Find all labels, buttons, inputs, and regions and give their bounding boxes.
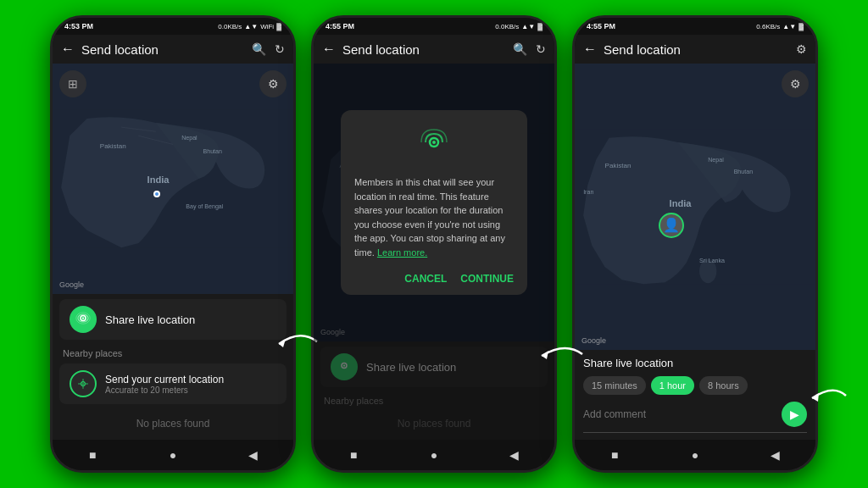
learn-more-link-2[interactable]: Learn more. [377,247,427,258]
top-bar-3: ← Send location ⚙ [575,35,815,64]
no-places-label-2: No places found [314,408,554,440]
send-button-3[interactable]: ▶ [782,402,807,427]
status-time-3: 4:55 PM [587,22,615,30]
google-label-1: Google [59,280,84,289]
phone-1-body: 4:53 PM 0.0KB/s ▲▼ WiFi ▓ ← Send locatio… [50,15,296,473]
settings-map-icon-3[interactable]: ⚙ [782,70,809,97]
settings-icon-3[interactable]: ⚙ [796,42,807,56]
signal-icon-2: ▲▼ [521,23,535,30]
cancel-button-2[interactable]: Cancel [404,273,447,285]
status-icons-3: 0.6KB/s ▲▼ ▓ [756,23,804,30]
refresh-icon-2[interactable]: ↻ [536,42,546,56]
page-title-1: Send location [81,42,245,57]
phone-2: 4:55 PM 0.0KB/s ▲▼ ▓ ← Send location 🔍 ↻… [311,15,557,473]
signal-icon-3: ▲▼ [782,23,796,30]
svg-text:Nepal: Nepal [181,135,198,141]
phone-3: 4:55 PM 0.6KB/s ▲▼ ▓ ← Send location ⚙ [572,15,818,473]
nearby-label-1: Nearby places [53,345,293,360]
map-area-1: Pakistan Nepal Bhutan India Bay of Benga… [53,64,293,294]
svg-text:Nepal: Nepal [708,157,724,164]
top-icons-2: 🔍 ↻ [513,42,546,56]
top-icons-1: 🔍 ↻ [252,42,285,56]
duration-title-3: Share live location [583,357,807,369]
refresh-icon-1[interactable]: ↻ [275,42,285,56]
send-icon-3: ▶ [790,408,799,421]
svg-text:Bhutan: Bhutan [734,169,754,175]
share-live-button-1[interactable]: Share live location [59,299,287,340]
target-icon-1 [77,378,89,390]
top-bar-1: ← Send location 🔍 ↻ [53,35,293,64]
bottom-panel-2: Share live location Nearby places No pla… [314,341,554,440]
top-bar-2: ← Send location 🔍 ↻ [314,35,554,64]
map-svg-1: Pakistan Nepal Bhutan India Bay of Benga… [53,64,293,294]
wifi-icon-1: WiFi [260,23,274,30]
expand-icon-1[interactable]: ⊞ [59,70,86,97]
location-dot-1 [153,191,160,197]
duration-15min-3[interactable]: 15 minutes [583,376,646,395]
comment-input-3[interactable] [583,408,775,420]
share-live-label-1: Share live location [105,313,195,326]
battery-icon-2: ▓ [537,23,542,30]
share-live-label-2: Share live location [366,361,456,374]
current-loc-texts-1: Send your current location Accurate to 2… [105,374,224,395]
nearby-label-2: Nearby places [314,392,554,408]
user-avatar-3: 👤 [659,213,684,238]
back-nav-button-1[interactable]: ◀ [245,446,262,463]
back-button-2[interactable]: ← [322,42,336,57]
search-icon-1[interactable]: 🔍 [252,42,266,56]
share-live-icon-2 [331,353,358,380]
settings-icon-1[interactable]: ⚙ [259,70,287,97]
svg-text:Pakistan: Pakistan [100,143,126,151]
map-area-3: Pakistan Nepal Bhutan India Sri Lanka Ir… [575,64,815,350]
svg-text:Iran: Iran [583,189,593,196]
back-button-3[interactable]: ← [583,42,597,57]
back-nav-button-2[interactable]: ◀ [506,446,523,463]
svg-text:Pakistan: Pakistan [605,162,632,169]
status-time-2: 4:55 PM [326,22,354,30]
duration-1hour-3[interactable]: 1 hour [651,376,694,395]
home-button-1[interactable]: ● [164,446,181,463]
phone-2-body: 4:55 PM 0.0KB/s ▲▼ ▓ ← Send location 🔍 ↻… [311,15,557,473]
home-button-3[interactable]: ● [687,446,704,463]
bottom-panel-1: Share live location Nearby places Send y… [53,294,293,440]
no-places-label-1: No places found [53,408,293,440]
nav-bar-2: ■ ● ◀ [314,440,554,470]
search-icon-2[interactable]: 🔍 [513,42,527,56]
status-bar-3: 4:55 PM 0.6KB/s ▲▼ ▓ [575,18,815,35]
back-nav-button-3[interactable]: ◀ [767,446,784,463]
signal-icon-2 [419,127,449,158]
recents-button-3[interactable]: ■ [606,446,623,463]
svg-point-29 [343,364,345,366]
recents-button-1[interactable]: ■ [84,446,101,463]
svg-point-27 [432,141,436,144]
data-indicator-1: 0.0KB/s [218,23,242,30]
google-label-3: Google [581,336,606,345]
top-icons-3: ⚙ [796,42,807,56]
map-area-2: Afghanistan Kyrgyzstan Pakistan Nepal In… [314,64,554,341]
current-loc-sub-1: Accurate to 20 meters [105,385,224,395]
nav-bar-3: ■ ● ◀ [575,440,815,470]
svg-point-9 [82,317,84,319]
dialog-box-2: Members in this chat will see your locat… [341,110,527,295]
svg-text:India: India [147,175,170,185]
svg-text:Bhutan: Bhutan [203,148,223,155]
recents-button-2[interactable]: ■ [345,446,362,463]
page-title-2: Send location [342,42,506,57]
svg-text:Sri Lanka: Sri Lanka [699,258,725,264]
home-button-2[interactable]: ● [426,446,442,463]
duration-8hours-3[interactable]: 8 hours [699,376,748,395]
signal-icon-1: ▲▼ [244,23,258,30]
share-live-icon-1 [70,306,97,333]
status-icons-1: 0.0KB/s ▲▼ WiFi ▓ [218,23,281,30]
data-indicator-2: 0.0KB/s [495,23,519,30]
duration-options-3: 15 minutes 1 hour 8 hours [583,376,807,395]
current-location-button-1[interactable]: Send your current location Accurate to 2… [59,363,287,404]
svg-text:Bay of Bengal: Bay of Bengal [186,204,224,211]
location-icon-2 [337,359,352,374]
continue-button-2[interactable]: Continue [460,273,514,285]
back-button-1[interactable]: ← [61,42,75,57]
svg-point-13 [82,383,84,385]
current-loc-main-1: Send your current location [105,374,224,385]
status-icons-2: 0.0KB/s ▲▼ ▓ [495,23,542,30]
svg-text:India: India [670,198,693,208]
